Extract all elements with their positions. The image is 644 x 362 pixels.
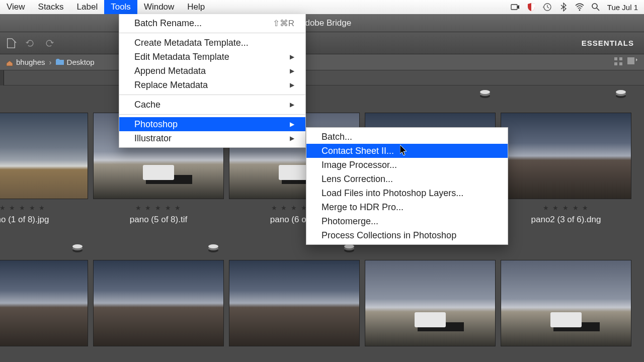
app-toolbar: ESSENTIALS <box>0 32 644 54</box>
wifi-icon[interactable] <box>575 3 584 12</box>
menu-shortcut: ⇧⌘R <box>273 18 294 29</box>
menubar-status-area: Tue Jul 1 <box>511 3 644 12</box>
folder-icon <box>56 58 64 66</box>
menu-stacks[interactable]: Stacks <box>32 0 70 14</box>
svg-rect-5 <box>619 57 622 60</box>
time-machine-icon[interactable] <box>543 3 552 12</box>
thumbnail-cell[interactable]: ★ ★ ★ ★ ★pano2 (3 of 6).dng <box>498 90 634 225</box>
thumbnail-filename: no (1 of 8).jpg <box>0 215 49 225</box>
menu-separator <box>119 114 305 115</box>
stack-badge-icon[interactable] <box>615 89 626 99</box>
new-doc-icon[interactable] <box>5 37 17 49</box>
grid-view-icon[interactable] <box>614 57 623 67</box>
submenu-process-collections[interactable]: Process Collections in Photoshop <box>306 228 508 242</box>
thumbnail-cell[interactable] <box>226 245 362 346</box>
menu-separator <box>119 95 305 95</box>
stack-badge-icon[interactable] <box>72 244 83 253</box>
tools-dropdown: Batch Rename... ⇧⌘R Create Metadata Temp… <box>119 14 306 148</box>
breadcrumb-bar: bhughes › Desktop <box>0 54 644 70</box>
svg-rect-6 <box>614 62 617 65</box>
menubar-clock[interactable]: Tue Jul 1 <box>607 3 638 12</box>
thumbnail-image[interactable] <box>0 260 88 346</box>
thumbnail-image[interactable] <box>501 113 631 199</box>
bluetooth-icon[interactable] <box>559 3 568 12</box>
submenu-arrow-icon: ▶ <box>290 121 294 128</box>
thumbnail-image[interactable] <box>365 260 496 346</box>
submenu-lens-correction[interactable]: Lens Correction... <box>306 172 508 186</box>
thumbnail-image[interactable] <box>229 260 360 346</box>
window-titlebar: – Adobe Bridge <box>0 14 644 32</box>
svg-rect-0 <box>511 5 517 10</box>
mouse-cursor-icon <box>400 145 409 157</box>
home-icon <box>6 59 13 65</box>
spotlight-icon[interactable] <box>591 3 600 12</box>
submenu-arrow-icon: ▶ <box>290 135 294 142</box>
workspace-essentials[interactable]: ESSENTIALS <box>582 39 639 47</box>
submenu-arrow-icon: ▶ <box>290 67 294 74</box>
menu-edit-metadata-template[interactable]: Edit Metadata Template▶ <box>119 50 305 64</box>
menu-separator <box>119 33 305 33</box>
rating-stars[interactable]: ★ ★ ★ ★ ★ <box>543 204 589 212</box>
breadcrumb-separator-icon: › <box>49 58 52 66</box>
breadcrumb-desktop[interactable]: Desktop <box>56 58 95 66</box>
submenu-merge-hdr[interactable]: Merge to HDR Pro... <box>306 200 508 214</box>
thumbnail-filename: pano (5 of 8).tif <box>130 215 187 225</box>
thumbnail-filename: pano2 (3 of 6).dng <box>531 215 601 225</box>
submenu-photomerge[interactable]: Photomerge... <box>306 214 508 228</box>
stack-badge-icon[interactable] <box>344 244 355 253</box>
menu-tools[interactable]: Tools <box>104 0 137 14</box>
svg-point-23 <box>344 244 354 248</box>
thumbnail-cell[interactable] <box>91 245 226 346</box>
menu-window[interactable]: Window <box>137 0 181 14</box>
breadcrumb-home[interactable]: bhughes <box>6 58 45 66</box>
thumbnail-cell[interactable] <box>362 245 498 346</box>
submenu-load-files-layers[interactable]: Load Files into Photoshop Layers... <box>306 186 508 200</box>
menu-cache[interactable]: Cache▶ <box>119 98 305 112</box>
rating-stars[interactable]: ★ ★ ★ ★ ★ <box>135 204 182 212</box>
submenu-arrow-icon: ▶ <box>290 101 294 108</box>
thumbnail-cell[interactable] <box>0 245 91 346</box>
svg-point-20 <box>208 244 218 248</box>
submenu-image-processor[interactable]: Image Processor... <box>306 158 508 172</box>
menu-label: Batch Rename... <box>134 18 202 29</box>
submenu-batch[interactable]: Batch... <box>306 130 508 144</box>
submenu-arrow-icon: ▶ <box>290 53 294 60</box>
thumb-options-icon[interactable] <box>627 57 638 67</box>
screen-record-icon[interactable] <box>511 3 520 12</box>
stack-badge-icon[interactable] <box>208 244 219 253</box>
rating-stars[interactable]: ★ ★ ★ ★ ★ <box>0 204 46 212</box>
menu-label[interactable]: Label <box>70 0 105 14</box>
menu-batch-rename[interactable]: Batch Rename... ⇧⌘R <box>119 16 305 30</box>
undo-icon[interactable] <box>24 37 36 49</box>
svg-point-2 <box>579 10 580 11</box>
svg-rect-4 <box>614 57 617 60</box>
shield-icon[interactable] <box>527 3 536 12</box>
svg-rect-8 <box>627 57 634 64</box>
svg-rect-7 <box>619 62 622 65</box>
svg-point-17 <box>72 244 83 248</box>
svg-point-11 <box>480 90 490 94</box>
menu-replace-metadata[interactable]: Replace Metadata▶ <box>119 78 305 92</box>
menu-photoshop[interactable]: Photoshop▶ <box>119 117 305 131</box>
breadcrumb-label: bhughes <box>16 58 45 66</box>
svg-point-14 <box>616 90 626 94</box>
stack-badge-icon[interactable] <box>479 89 491 99</box>
svg-point-3 <box>592 4 597 9</box>
menu-create-metadata-template[interactable]: Create Metadata Template... <box>119 36 305 50</box>
menu-append-metadata[interactable]: Append Metadata▶ <box>119 64 305 78</box>
redo-icon[interactable] <box>43 37 55 49</box>
thumbnail-cell[interactable] <box>498 245 634 346</box>
menu-view[interactable]: View <box>0 0 32 14</box>
panel-tab[interactable] <box>0 70 4 85</box>
submenu-arrow-icon: ▶ <box>290 81 294 88</box>
thumbnail-cell[interactable]: ★ ★ ★ ★ ★no (1 of 8).jpg <box>0 90 91 225</box>
thumbnail-image[interactable] <box>0 113 88 199</box>
mac-menubar: View Stacks Label Tools Window Help Tue … <box>0 0 644 14</box>
thumbnail-image[interactable] <box>501 260 631 346</box>
breadcrumb-label: Desktop <box>67 58 95 66</box>
thumbnail-grid <box>0 245 644 346</box>
menu-illustrator[interactable]: Illustrator▶ <box>119 131 305 145</box>
panel-tabstrip <box>0 70 644 85</box>
thumbnail-image[interactable] <box>93 260 224 346</box>
menu-help[interactable]: Help <box>181 0 211 14</box>
